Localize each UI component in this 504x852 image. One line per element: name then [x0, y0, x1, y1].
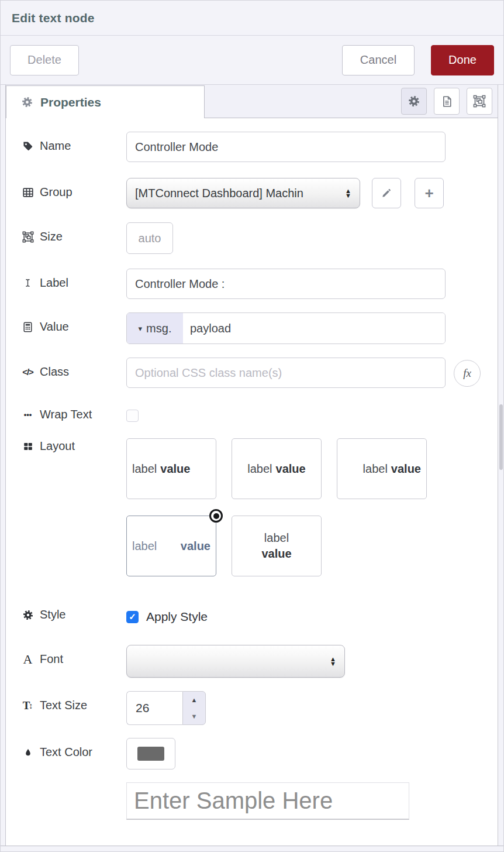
value-type-selector[interactable]: ▾ msg. [127, 313, 183, 343]
class-field-label: </> Class [21, 358, 126, 379]
table-icon [21, 187, 34, 198]
tab-bar: Properties [6, 85, 498, 118]
layout-option-row-right[interactable]: labelvalue [337, 438, 427, 499]
properties-tab-button[interactable] [401, 88, 427, 115]
select-arrows-icon: ▲▼ [330, 657, 336, 666]
text-size-row: T↕ Text Size ▲ ▼ [21, 691, 498, 725]
edit-text-node-dialog: Edit text node Delete Cancel Done Proper… [0, 0, 504, 852]
wrap-text-field-label: ••• Wrap Text [21, 407, 126, 421]
ellipsis-icon: ••• [21, 410, 34, 419]
value-typed-input: ▾ msg. [126, 312, 446, 344]
select-arrows-icon: ▲▼ [345, 188, 351, 198]
stepper-buttons[interactable]: ▲ ▼ [182, 691, 206, 725]
value-type-label: msg. [146, 322, 171, 335]
gear-icon [20, 97, 34, 108]
i-cursor-icon [21, 277, 34, 288]
dialog-bottom-edge [1, 846, 503, 852]
value-row: Value ▾ msg. [21, 312, 498, 344]
apply-style-checkbox[interactable]: ✓ [126, 611, 139, 623]
edit-group-button[interactable] [372, 178, 401, 208]
text-color-row: Text Color [21, 738, 498, 769]
label-field-label: Label [21, 269, 126, 290]
layout-field-label: Layout [21, 438, 126, 453]
text-size-input[interactable] [126, 691, 182, 725]
description-tab-button[interactable] [434, 88, 460, 115]
dialog-title: Edit text node [12, 11, 95, 25]
text-color-button[interactable] [126, 738, 175, 769]
delete-button[interactable]: Delete [10, 45, 79, 75]
style-field-label: Style [21, 607, 126, 621]
class-input[interactable] [126, 358, 446, 388]
text-size-stepper: ▲ ▼ [126, 691, 206, 725]
caret-down-icon: ▾ [139, 324, 143, 333]
droplet-icon [21, 747, 34, 758]
tag-icon [21, 140, 34, 152]
sample-text-input[interactable] [126, 782, 409, 820]
group-select-value: [MTConnect Dashboard] Machin [135, 187, 340, 200]
check-icon: ✓ [129, 611, 136, 622]
right-gutter [498, 85, 503, 846]
scrollbar-thumb[interactable] [499, 404, 503, 470]
layout-option-row-spread[interactable]: labelvalue [126, 516, 216, 576]
name-field-label: Name [21, 132, 126, 153]
gear-icon [21, 610, 34, 620]
wrap-text-row: ••• Wrap Text [21, 407, 498, 422]
text-height-icon: T↕ [21, 699, 34, 712]
properties-form: Name Group [MTConnect Dashboard] Machin [6, 118, 498, 846]
calculator-icon [21, 321, 34, 333]
layout-option-row-left[interactable]: labelvalue [126, 438, 216, 499]
layout-row: Layout labelvalue labelvalue labelvalue [21, 438, 498, 576]
appearance-tab-button[interactable] [467, 88, 492, 115]
group-row: Group [MTConnect Dashboard] Machin ▲▼ + [21, 178, 498, 208]
wrap-text-checkbox[interactable] [126, 410, 139, 422]
text-size-field-label: T↕ Text Size [21, 691, 126, 712]
grid-icon [21, 441, 34, 452]
fx-icon[interactable]: fx [454, 360, 481, 387]
size-field-label: Size [21, 222, 126, 243]
done-button[interactable]: Done [431, 45, 494, 75]
layout-options: labelvalue labelvalue labelvalue lab [126, 438, 427, 576]
style-row: Style ✓ Apply Style [21, 607, 498, 624]
add-group-button[interactable]: + [415, 178, 444, 208]
label-input[interactable] [126, 269, 446, 299]
gear-icon [408, 95, 421, 107]
object-group-icon [473, 95, 486, 108]
cancel-button[interactable]: Cancel [342, 45, 415, 75]
font-field-label: A Font [21, 645, 126, 666]
document-icon [440, 95, 454, 108]
sample-row [21, 782, 498, 820]
text-color-field-label: Text Color [21, 738, 126, 759]
arrow-up-icon[interactable]: ▲ [191, 696, 198, 703]
class-row: </> Class fx [21, 358, 498, 388]
group-field-label: Group [21, 178, 126, 199]
tab-properties[interactable]: Properties [6, 85, 205, 118]
apply-style-label: Apply Style [146, 610, 208, 624]
font-icon: A [21, 653, 34, 666]
tray-main: Properties [6, 85, 498, 846]
value-input[interactable] [183, 313, 445, 343]
tab-properties-label: Properties [40, 95, 101, 109]
object-group-icon [21, 231, 34, 243]
selected-radio-icon [209, 509, 223, 523]
layout-option-col-center[interactable]: labelvalue [232, 516, 322, 576]
dialog-header: Edit text node [1, 1, 503, 36]
code-icon: </> [21, 367, 34, 377]
pencil-icon [380, 188, 393, 198]
name-input[interactable] [126, 132, 446, 162]
name-row: Name [21, 132, 498, 162]
edit-tray: Properties [1, 85, 503, 846]
label-row: Label [21, 269, 498, 299]
font-select[interactable]: ▲▼ [126, 645, 345, 678]
left-gutter [1, 85, 6, 846]
group-select[interactable]: [MTConnect Dashboard] Machin ▲▼ [126, 178, 360, 208]
plus-icon: + [424, 185, 433, 201]
color-swatch [137, 747, 164, 761]
value-field-label: Value [21, 312, 126, 334]
size-row: Size auto [21, 222, 498, 254]
dialog-button-bar: Delete Cancel Done [1, 36, 503, 85]
layout-option-row-center[interactable]: labelvalue [232, 438, 322, 499]
tab-icon-buttons [401, 88, 492, 115]
font-row: A Font ▲▼ [21, 645, 498, 678]
arrow-down-icon[interactable]: ▼ [191, 713, 198, 720]
size-button[interactable]: auto [126, 222, 173, 254]
